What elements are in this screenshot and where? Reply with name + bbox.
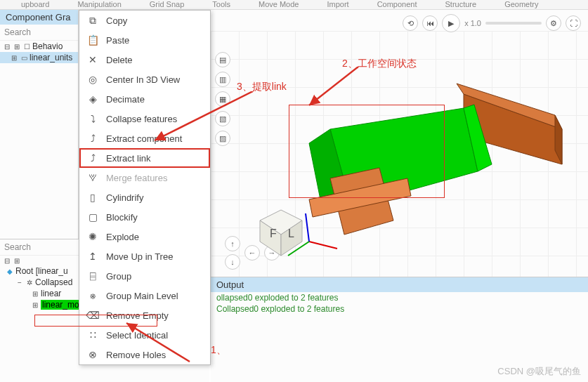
tree-label: Behavio: [32, 41, 63, 51]
menu-paste[interactable]: 📋Paste: [79, 30, 210, 50]
tab[interactable]: Geometry: [504, 0, 538, 8]
tab[interactable]: Import: [327, 0, 348, 8]
tab[interactable]: upboard: [21, 0, 49, 8]
component-icon: ▭: [20, 53, 28, 62]
viewport-left-tools: ▤ ▥ ▦ ▧ ▨: [215, 52, 230, 146]
tool-button[interactable]: ▤: [215, 52, 230, 67]
tab[interactable]: Move Mode: [259, 0, 299, 8]
model-render: F L: [253, 66, 576, 263]
remove-empty-icon: ⌫: [86, 309, 99, 322]
panel-title: Component Gra: [0, 10, 78, 25]
settings-icon[interactable]: ⚙: [546, 15, 561, 31]
menu-decimate[interactable]: ◈Decimate: [79, 89, 210, 109]
tab[interactable]: Component: [377, 0, 417, 8]
menu-merge-features: ⩔Merge features: [79, 168, 210, 187]
minus-icon[interactable]: ⊟: [3, 42, 11, 51]
tree-label: linear: [41, 289, 61, 298]
speed-label: x 1.0: [464, 19, 481, 27]
menu-explode[interactable]: ✺Explode: [79, 227, 210, 246]
explode-icon: ✺: [86, 230, 99, 243]
checkbox-icon[interactable]: ☐: [22, 42, 31, 51]
search-input[interactable]: Search: [0, 25, 78, 41]
diamond-icon: ◆: [6, 267, 14, 275]
copy-icon: ⧉: [86, 14, 99, 27]
merge-icon: ⩔: [86, 171, 99, 184]
play-button[interactable]: ▶: [442, 14, 460, 32]
tree-row-linear-units[interactable]: ⊞ ▭ linear_units: [0, 52, 78, 63]
menu-remove-holes[interactable]: ⊗Remove Holes: [79, 345, 210, 364]
tab[interactable]: Tools: [212, 0, 230, 8]
menu-blockify[interactable]: ▢Blockify: [79, 207, 210, 227]
skip-back-button[interactable]: ⏮: [422, 15, 438, 31]
plus-icon[interactable]: ⊞: [13, 256, 21, 265]
geom-icon: ⊞: [31, 301, 39, 309]
menu-group[interactable]: ⌸Group: [79, 266, 210, 286]
tab[interactable]: Manipulation: [77, 0, 121, 8]
playback-controls: ⟲ ⏮ ▶ x 1.0 ⚙ ⛶: [403, 14, 581, 32]
tab[interactable]: Grid Snap: [150, 0, 185, 8]
group-icon: ⌸: [86, 270, 99, 282]
tool-button[interactable]: ▧: [215, 111, 230, 126]
tab[interactable]: Structure: [445, 0, 477, 8]
cylinder-icon: ▯: [86, 191, 99, 204]
delete-icon: ✕: [86, 53, 99, 66]
tree-label: linear_units: [30, 53, 72, 62]
menu-collapse-features[interactable]: ⤵Collapse features: [79, 109, 210, 129]
menu-remove-empty[interactable]: ⌫Remove Empty: [79, 305, 210, 325]
app-tab-strip: upboard Manipulation Grid Snap Tools Mov…: [0, 0, 588, 10]
menu-extract-link[interactable]: ⤴Extract link: [79, 148, 210, 168]
fullscreen-icon[interactable]: ⛶: [566, 15, 581, 31]
target-icon: ◎: [86, 73, 99, 86]
minus-icon[interactable]: ⊟: [3, 256, 11, 265]
menu-cylindrify[interactable]: ▯Cylindrify: [79, 187, 210, 207]
plus-icon[interactable]: ⊞: [13, 42, 21, 51]
svg-line-14: [306, 213, 309, 242]
tree-row-behaviors[interactable]: ⊟ ⊞ ☐ Behavio: [0, 41, 78, 52]
tree-label: Collapsed: [35, 277, 72, 287]
context-menu: ⧉Copy 📋Paste ✕Delete ◎Center In 3D View …: [79, 10, 211, 365]
tool-button[interactable]: ▥: [215, 72, 230, 87]
collapse-icon: ⤵: [86, 112, 99, 125]
reset-button[interactable]: ⟲: [403, 15, 418, 31]
minus-icon[interactable]: −: [15, 278, 24, 286]
menu-delete[interactable]: ✕Delete: [79, 50, 210, 70]
tool-button[interactable]: ▦: [215, 91, 230, 107]
output-line: ollapsed0 exploded to 2 features: [211, 292, 588, 303]
nav-down-button[interactable]: ↓: [225, 254, 240, 270]
tool-button[interactable]: ▨: [215, 131, 230, 146]
menu-move-up[interactable]: ↥Move Up in Tree: [79, 246, 210, 266]
output-line: Collapsed0 exploded to 2 features: [211, 303, 588, 315]
watermark: CSDN @吸尾气的鱼: [497, 365, 581, 378]
tree-label: Root [linear_u: [15, 266, 68, 276]
select-identical-icon: ∷: [86, 329, 99, 341]
extract-icon: ⤴: [86, 132, 99, 145]
decimate-icon: ◈: [86, 93, 99, 105]
svg-text:F: F: [270, 228, 277, 239]
nav-up-button[interactable]: ↑: [225, 236, 240, 251]
paste-icon: 📋: [86, 34, 99, 46]
extract-link-icon: ⤴: [86, 152, 99, 164]
plus-icon[interactable]: ⊞: [10, 53, 18, 62]
gear-icon: ✲: [25, 278, 34, 286]
menu-extract-component[interactable]: ⤴Extract component: [79, 129, 210, 148]
menu-group-main[interactable]: ⎈Group Main Level: [79, 286, 210, 305]
svg-line-13: [309, 242, 337, 249]
panel-title: Output: [211, 277, 588, 292]
geom-icon: ⊞: [31, 289, 39, 298]
svg-text:L: L: [288, 228, 294, 239]
menu-center-3d[interactable]: ◎Center In 3D View: [79, 70, 210, 89]
menu-select-identical[interactable]: ∷Select Identical: [79, 325, 210, 345]
menu-copy[interactable]: ⧉Copy: [79, 11, 210, 30]
speed-slider[interactable]: [485, 22, 542, 25]
group-main-icon: ⎈: [86, 289, 99, 302]
block-icon: ▢: [86, 211, 99, 223]
up-icon: ↥: [86, 250, 99, 263]
remove-holes-icon: ⊗: [86, 348, 99, 361]
viewport-3d[interactable]: ⟲ ⏮ ▶ x 1.0 ⚙ ⛶ ▤ ▥ ▦ ▧ ▨ ↑ ↓ ← →: [211, 10, 588, 277]
